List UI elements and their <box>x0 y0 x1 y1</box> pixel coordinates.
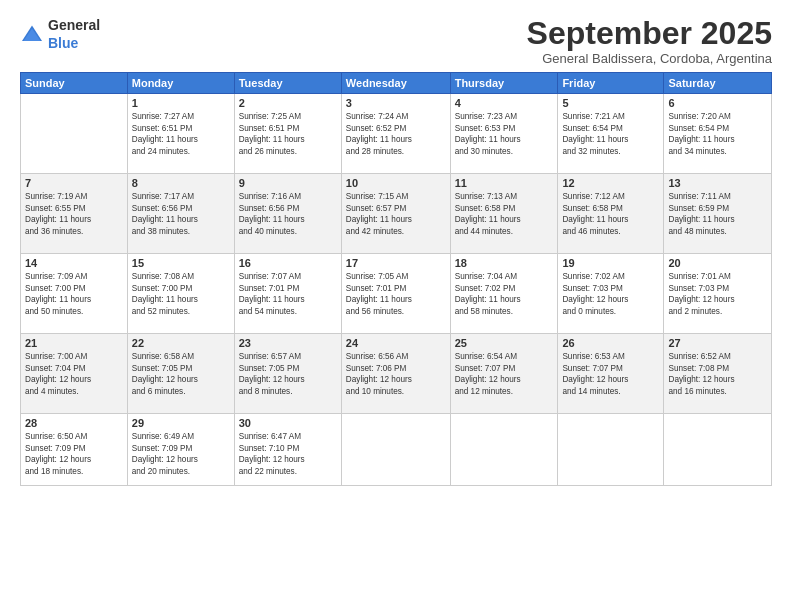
calendar-cell: 8Sunrise: 7:17 AM Sunset: 6:56 PM Daylig… <box>127 174 234 254</box>
title-block: September 2025 General Baldissera, Cordo… <box>527 16 772 66</box>
day-info: Sunrise: 6:56 AM Sunset: 7:06 PM Dayligh… <box>346 351 446 397</box>
calendar-cell: 26Sunrise: 6:53 AM Sunset: 7:07 PM Dayli… <box>558 334 664 414</box>
weekday-header-friday: Friday <box>558 73 664 94</box>
day-info: Sunrise: 7:12 AM Sunset: 6:58 PM Dayligh… <box>562 191 659 237</box>
day-number: 28 <box>25 417 123 429</box>
day-info: Sunrise: 7:08 AM Sunset: 7:00 PM Dayligh… <box>132 271 230 317</box>
day-number: 2 <box>239 97 337 109</box>
day-info: Sunrise: 7:05 AM Sunset: 7:01 PM Dayligh… <box>346 271 446 317</box>
day-info: Sunrise: 6:52 AM Sunset: 7:08 PM Dayligh… <box>668 351 767 397</box>
day-number: 8 <box>132 177 230 189</box>
day-info: Sunrise: 7:16 AM Sunset: 6:56 PM Dayligh… <box>239 191 337 237</box>
day-info: Sunrise: 6:58 AM Sunset: 7:05 PM Dayligh… <box>132 351 230 397</box>
day-number: 16 <box>239 257 337 269</box>
day-number: 25 <box>455 337 554 349</box>
weekday-header-thursday: Thursday <box>450 73 558 94</box>
day-info: Sunrise: 6:49 AM Sunset: 7:09 PM Dayligh… <box>132 431 230 477</box>
calendar-cell: 18Sunrise: 7:04 AM Sunset: 7:02 PM Dayli… <box>450 254 558 334</box>
logo-text: General Blue <box>48 16 100 52</box>
logo-blue: Blue <box>48 35 78 51</box>
day-info: Sunrise: 7:00 AM Sunset: 7:04 PM Dayligh… <box>25 351 123 397</box>
day-number: 5 <box>562 97 659 109</box>
calendar-cell: 7Sunrise: 7:19 AM Sunset: 6:55 PM Daylig… <box>21 174 128 254</box>
calendar-cell: 28Sunrise: 6:50 AM Sunset: 7:09 PM Dayli… <box>21 414 128 486</box>
day-number: 12 <box>562 177 659 189</box>
calendar-cell: 6Sunrise: 7:20 AM Sunset: 6:54 PM Daylig… <box>664 94 772 174</box>
calendar-cell: 30Sunrise: 6:47 AM Sunset: 7:10 PM Dayli… <box>234 414 341 486</box>
weekday-header-monday: Monday <box>127 73 234 94</box>
day-info: Sunrise: 7:21 AM Sunset: 6:54 PM Dayligh… <box>562 111 659 157</box>
day-number: 22 <box>132 337 230 349</box>
week-row-5: 28Sunrise: 6:50 AM Sunset: 7:09 PM Dayli… <box>21 414 772 486</box>
day-info: Sunrise: 7:13 AM Sunset: 6:58 PM Dayligh… <box>455 191 554 237</box>
week-row-4: 21Sunrise: 7:00 AM Sunset: 7:04 PM Dayli… <box>21 334 772 414</box>
calendar-cell: 11Sunrise: 7:13 AM Sunset: 6:58 PM Dayli… <box>450 174 558 254</box>
day-number: 15 <box>132 257 230 269</box>
calendar-cell: 16Sunrise: 7:07 AM Sunset: 7:01 PM Dayli… <box>234 254 341 334</box>
weekday-header-wednesday: Wednesday <box>341 73 450 94</box>
day-number: 24 <box>346 337 446 349</box>
calendar-cell: 10Sunrise: 7:15 AM Sunset: 6:57 PM Dayli… <box>341 174 450 254</box>
day-info: Sunrise: 7:24 AM Sunset: 6:52 PM Dayligh… <box>346 111 446 157</box>
day-number: 19 <box>562 257 659 269</box>
calendar-cell <box>664 414 772 486</box>
day-info: Sunrise: 7:09 AM Sunset: 7:00 PM Dayligh… <box>25 271 123 317</box>
day-info: Sunrise: 7:15 AM Sunset: 6:57 PM Dayligh… <box>346 191 446 237</box>
day-number: 30 <box>239 417 337 429</box>
day-info: Sunrise: 7:25 AM Sunset: 6:51 PM Dayligh… <box>239 111 337 157</box>
day-number: 26 <box>562 337 659 349</box>
calendar-cell: 20Sunrise: 7:01 AM Sunset: 7:03 PM Dayli… <box>664 254 772 334</box>
calendar-cell: 1Sunrise: 7:27 AM Sunset: 6:51 PM Daylig… <box>127 94 234 174</box>
day-info: Sunrise: 6:53 AM Sunset: 7:07 PM Dayligh… <box>562 351 659 397</box>
calendar-cell: 27Sunrise: 6:52 AM Sunset: 7:08 PM Dayli… <box>664 334 772 414</box>
calendar-cell: 12Sunrise: 7:12 AM Sunset: 6:58 PM Dayli… <box>558 174 664 254</box>
day-number: 27 <box>668 337 767 349</box>
day-info: Sunrise: 6:54 AM Sunset: 7:07 PM Dayligh… <box>455 351 554 397</box>
weekday-header-row: SundayMondayTuesdayWednesdayThursdayFrid… <box>21 73 772 94</box>
weekday-header-saturday: Saturday <box>664 73 772 94</box>
page: General Blue September 2025 General Bald… <box>0 0 792 612</box>
day-info: Sunrise: 7:19 AM Sunset: 6:55 PM Dayligh… <box>25 191 123 237</box>
calendar-table: SundayMondayTuesdayWednesdayThursdayFrid… <box>20 72 772 486</box>
calendar-cell <box>21 94 128 174</box>
calendar-cell: 9Sunrise: 7:16 AM Sunset: 6:56 PM Daylig… <box>234 174 341 254</box>
day-number: 18 <box>455 257 554 269</box>
day-number: 20 <box>668 257 767 269</box>
day-number: 4 <box>455 97 554 109</box>
logo-icon <box>20 24 44 44</box>
day-info: Sunrise: 7:27 AM Sunset: 6:51 PM Dayligh… <box>132 111 230 157</box>
week-row-2: 7Sunrise: 7:19 AM Sunset: 6:55 PM Daylig… <box>21 174 772 254</box>
week-row-3: 14Sunrise: 7:09 AM Sunset: 7:00 PM Dayli… <box>21 254 772 334</box>
day-number: 23 <box>239 337 337 349</box>
logo: General Blue <box>20 16 100 52</box>
calendar-cell: 3Sunrise: 7:24 AM Sunset: 6:52 PM Daylig… <box>341 94 450 174</box>
calendar-cell: 23Sunrise: 6:57 AM Sunset: 7:05 PM Dayli… <box>234 334 341 414</box>
calendar-cell: 13Sunrise: 7:11 AM Sunset: 6:59 PM Dayli… <box>664 174 772 254</box>
day-number: 29 <box>132 417 230 429</box>
day-number: 9 <box>239 177 337 189</box>
calendar-cell: 29Sunrise: 6:49 AM Sunset: 7:09 PM Dayli… <box>127 414 234 486</box>
day-number: 7 <box>25 177 123 189</box>
day-info: Sunrise: 7:11 AM Sunset: 6:59 PM Dayligh… <box>668 191 767 237</box>
day-number: 17 <box>346 257 446 269</box>
day-info: Sunrise: 6:57 AM Sunset: 7:05 PM Dayligh… <box>239 351 337 397</box>
day-info: Sunrise: 7:04 AM Sunset: 7:02 PM Dayligh… <box>455 271 554 317</box>
calendar-cell: 2Sunrise: 7:25 AM Sunset: 6:51 PM Daylig… <box>234 94 341 174</box>
subtitle: General Baldissera, Cordoba, Argentina <box>527 51 772 66</box>
day-number: 6 <box>668 97 767 109</box>
day-number: 3 <box>346 97 446 109</box>
calendar-cell <box>341 414 450 486</box>
day-number: 14 <box>25 257 123 269</box>
day-number: 13 <box>668 177 767 189</box>
day-number: 11 <box>455 177 554 189</box>
weekday-header-tuesday: Tuesday <box>234 73 341 94</box>
day-number: 21 <box>25 337 123 349</box>
calendar-cell <box>558 414 664 486</box>
calendar-cell: 14Sunrise: 7:09 AM Sunset: 7:00 PM Dayli… <box>21 254 128 334</box>
day-number: 1 <box>132 97 230 109</box>
week-row-1: 1Sunrise: 7:27 AM Sunset: 6:51 PM Daylig… <box>21 94 772 174</box>
day-number: 10 <box>346 177 446 189</box>
day-info: Sunrise: 7:07 AM Sunset: 7:01 PM Dayligh… <box>239 271 337 317</box>
calendar-cell: 17Sunrise: 7:05 AM Sunset: 7:01 PM Dayli… <box>341 254 450 334</box>
calendar-cell: 5Sunrise: 7:21 AM Sunset: 6:54 PM Daylig… <box>558 94 664 174</box>
